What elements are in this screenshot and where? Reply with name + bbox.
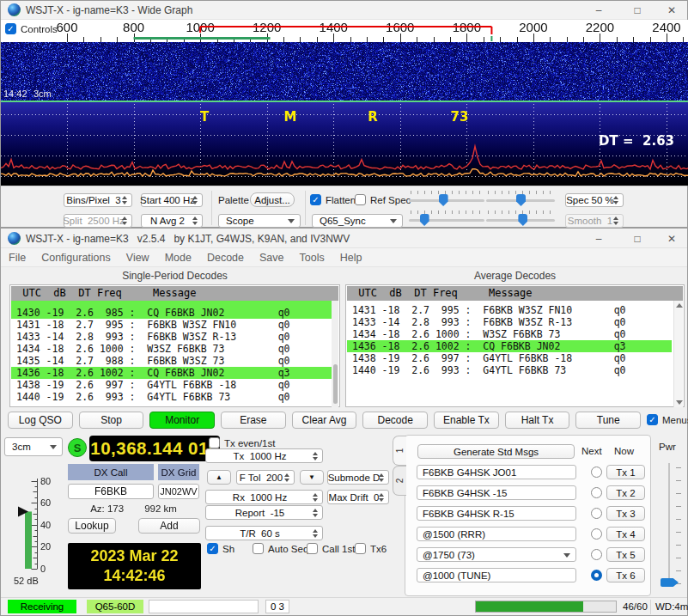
waterfall[interactable] <box>1 42 688 101</box>
decode-row[interactable]: 1436 -18 2.6 1002 : CQ F6BKB JN02 q3 <box>347 340 672 352</box>
rx-freq-spinbox[interactable]: Rx 1000 Hz <box>205 490 323 504</box>
menu-mode[interactable]: Mode <box>157 248 199 266</box>
monitor-button[interactable]: Monitor <box>149 412 215 429</box>
slider-handle[interactable] <box>518 214 527 226</box>
tr-period-spinbox[interactable]: T/R 60 s <box>205 526 323 540</box>
f-tol-spinbox[interactable]: F Tol 200 <box>236 470 295 485</box>
start-spinbox[interactable]: Start 400 Hz <box>141 193 203 207</box>
max-drift-spinbox[interactable]: Max Drift 0 <box>327 490 389 504</box>
tx-even-checkbox[interactable]: Tx even/1st <box>209 437 275 448</box>
tx-up-button[interactable]: ▲ <box>207 470 231 485</box>
palette-combo[interactable]: Scope <box>218 214 301 228</box>
menu-decode[interactable]: Decode <box>199 248 252 266</box>
tx3-now-button[interactable]: Tx 3 <box>606 506 645 521</box>
tx-down-button[interactable]: ▼ <box>300 470 324 485</box>
close-icon[interactable]: ✕ <box>659 2 685 19</box>
generate-std-msgs-button[interactable]: Generate Std Msgs <box>417 444 575 459</box>
tx4-next-radio[interactable] <box>591 528 602 540</box>
n-avg-spinbox[interactable]: N Avg 2 <box>141 214 203 228</box>
menus-checkbox[interactable]: ✓ Menus <box>647 414 688 425</box>
band-combo[interactable]: 3cm <box>4 437 63 456</box>
decode-button[interactable]: Decode <box>362 412 428 429</box>
tx1-message-field[interactable]: F6BKB G4HSK JO01 <box>417 465 576 479</box>
tx5-message-combo[interactable]: @1750 (73) <box>417 547 576 562</box>
spinner-icon[interactable] <box>311 491 320 503</box>
decode-row[interactable]: 1438 -19 2.6 997 : G4YTL F6BKB -18 q0 <box>347 352 672 364</box>
decode-row[interactable]: 1434 -18 2.6 1000 : W3SZ F6BKB 73 q0 <box>11 343 333 355</box>
spectrum-zero-slider[interactable] <box>486 210 555 226</box>
waterfall-zero-slider[interactable] <box>486 191 555 206</box>
decode-row[interactable]: 1434 -18 2.6 1000 : W3SZ F6BKB 73 q0 <box>347 328 672 340</box>
minimize-icon[interactable]: – <box>586 2 612 19</box>
slider-handle[interactable] <box>439 194 448 206</box>
pwr-slider-track[interactable] <box>668 463 670 585</box>
halt-tx-button[interactable]: Halt Tx <box>505 412 570 429</box>
tx3-message-field[interactable]: F6BKB G4HSK R-15 <box>417 506 576 521</box>
decode-row[interactable]: 1438 -19 2.6 997 : G4YTL F6BKB -18 q0 <box>11 379 333 391</box>
spectrum-plot[interactable] <box>1 101 688 186</box>
waterfall-gain-slider[interactable] <box>409 191 484 206</box>
frequency-display[interactable]: 10,368.144 010 <box>89 436 220 461</box>
spinner-icon[interactable] <box>191 215 199 227</box>
menu-file[interactable]: File <box>1 248 33 266</box>
flatten-checkbox[interactable]: ✓ Flatten <box>310 194 356 205</box>
tx5-now-button[interactable]: Tx 5 <box>606 547 645 562</box>
submode-spinbox[interactable]: Submode D <box>327 470 389 485</box>
decode-row[interactable]: 1430 -19 2.6 985 : CQ F6BKB JN02 q0 <box>11 307 333 319</box>
tx1-next-radio[interactable] <box>591 467 602 478</box>
spinner-icon[interactable] <box>120 194 129 206</box>
tx6-next-radio[interactable] <box>591 570 602 581</box>
frequency-scale[interactable] <box>1 20 688 42</box>
spec-spinbox[interactable]: Spec 50 % <box>565 193 624 207</box>
bins-pixel-spinbox[interactable]: Bins/Pixel 3 <box>64 193 132 207</box>
clear-avg-button[interactable]: Clear Avg <box>292 412 357 429</box>
minimize-icon[interactable]: – <box>586 230 612 247</box>
close-icon[interactable]: ✕ <box>659 230 685 247</box>
decode-row[interactable] <box>11 301 333 307</box>
scroll-up-icon[interactable] <box>676 303 683 308</box>
scrollbar[interactable] <box>673 301 683 407</box>
spinner-icon[interactable] <box>311 449 320 462</box>
dx-grid-field[interactable]: JN02WV <box>158 484 199 499</box>
decode-row[interactable]: 1431 -18 2.7 995 : F6BKB W3SZ FN10 q0 <box>11 319 333 331</box>
tx4-now-button[interactable]: Tx 4 <box>606 527 645 541</box>
adjust-button[interactable]: Adjust... <box>250 192 295 207</box>
controls-checkbox[interactable]: ✓ Controls <box>5 23 58 34</box>
dx-call-field[interactable]: F6BKB <box>68 484 154 499</box>
tx-freq-spinbox[interactable]: Tx 1000 Hz <box>205 448 323 463</box>
tab-1[interactable]: 1 <box>393 436 406 466</box>
scroll-down-icon[interactable] <box>676 400 683 405</box>
ref-spec-checkbox[interactable]: Ref Spec <box>355 194 411 205</box>
tx5-next-radio[interactable] <box>591 549 602 560</box>
decode-row[interactable]: 1435 -14 2.7 988 : F6BKB W3SZ 73 q0 <box>11 355 333 367</box>
enable-tx-button[interactable]: Enable Tx <box>434 412 499 429</box>
erase-button[interactable]: Erase <box>221 412 286 429</box>
maximize-icon[interactable]: □ <box>624 2 650 19</box>
menu-save[interactable]: Save <box>252 248 292 266</box>
auto-seq-checkbox[interactable]: Auto Seq <box>253 543 308 554</box>
tx2-now-button[interactable]: Tx 2 <box>606 485 645 500</box>
sync-combo[interactable]: Q65_Sync <box>312 214 403 228</box>
menu-view[interactable]: View <box>119 248 157 266</box>
tune-button[interactable]: Tune <box>575 412 641 429</box>
status-s-button[interactable]: S <box>68 438 87 457</box>
tx2-message-field[interactable]: F6BKB G4HSK -15 <box>417 485 576 500</box>
tab-2[interactable]: 2 <box>393 466 406 496</box>
menu-tools[interactable]: Tools <box>292 248 332 266</box>
decode-row[interactable]: 1436 -18 2.6 1002 : CQ F6BKB JN02 q3 <box>11 367 333 379</box>
menu-help[interactable]: Help <box>332 248 370 266</box>
add-button[interactable]: Add <box>138 518 200 534</box>
spinner-icon[interactable] <box>377 491 386 503</box>
decode-row[interactable]: 1440 -19 2.6 993 : G4YTL F6BKB 73 q0 <box>347 364 672 376</box>
spinner-icon[interactable] <box>283 471 291 484</box>
tx3-next-radio[interactable] <box>591 508 602 519</box>
tx6-message-field[interactable]: @1000 (TUNE) <box>417 568 576 582</box>
tx6-now-button[interactable]: Tx 6 <box>606 568 645 582</box>
spectrum-gain-slider[interactable] <box>409 210 484 226</box>
spinner-icon[interactable] <box>191 194 199 206</box>
report-spinbox[interactable]: Report -15 <box>205 505 323 520</box>
tx6-checkbox[interactable]: Tx6 <box>355 543 387 554</box>
spinner-icon[interactable] <box>311 506 320 519</box>
stop-button[interactable]: Stop <box>79 412 144 429</box>
log-qso-button[interactable]: Log QSO <box>8 412 73 429</box>
